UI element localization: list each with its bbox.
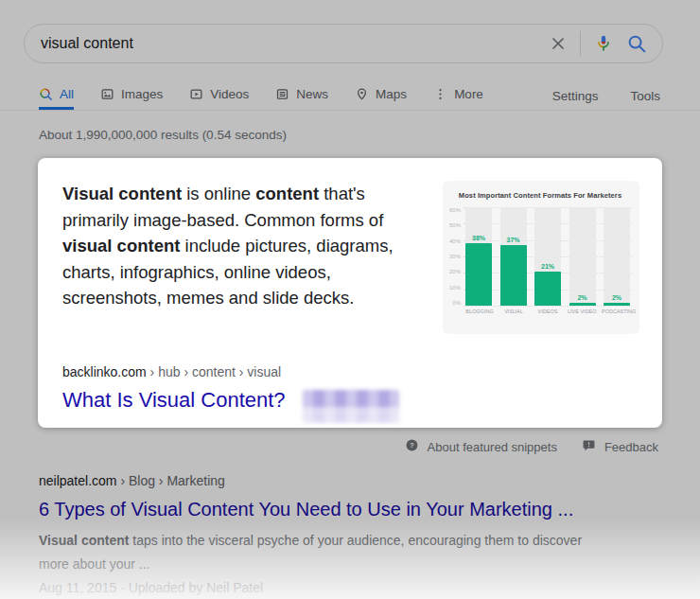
tab-more[interactable]: More [433, 82, 483, 110]
tabs-right-actions: Settings Tools [552, 82, 660, 110]
more-dots-icon [433, 87, 447, 101]
breadcrumb-path: › Blog › Marketing [117, 473, 225, 488]
about-featured-snippets-label: About featured snippets [428, 440, 557, 454]
help-circle-icon: ? [405, 438, 419, 455]
featured-snippet-footer: ? About featured snippets Feedback [0, 438, 658, 455]
tab-more-label: More [454, 87, 483, 101]
news-icon [275, 87, 289, 101]
search-bar-divider [580, 31, 581, 56]
featured-snippet-body: Visual content is online content that's … [62, 181, 639, 334]
results-tab-bar: All Images [0, 82, 700, 111]
breadcrumb-domain: neilpatel.com [39, 473, 117, 488]
tab-videos[interactable]: Videos [189, 82, 249, 110]
tools-button[interactable]: Tools [630, 89, 660, 103]
tab-all[interactable]: All [39, 82, 74, 110]
chart-xlabels: BLOGGINGVISUALVIDEOSLIVE VIDEOPODCASTING [448, 306, 632, 314]
map-pin-icon [355, 87, 369, 101]
featured-snippet-card: Visual content is online content that's … [38, 158, 662, 428]
chart-yaxis: 60%50%40%30%20%10%0% [448, 207, 464, 306]
tab-videos-label: Videos [210, 87, 249, 101]
tab-maps[interactable]: Maps [355, 82, 407, 110]
search-icon [39, 87, 53, 101]
snippet-text-part: visual content [62, 236, 180, 255]
chart-body: 60%50%40%30%20%10%0% 38%37%21%2%2% [448, 207, 632, 306]
snippet-text-part: Visual content [62, 184, 182, 203]
breadcrumb-path: › hub › content › visual [147, 364, 281, 379]
chart-columns: 38%37%21%2%2% [464, 207, 632, 306]
redacted-blur-block [303, 390, 399, 423]
microphone-icon[interactable] [593, 33, 614, 54]
result-desc-part: Visual content [39, 533, 129, 548]
image-icon [100, 87, 114, 101]
featured-snippet-title-link[interactable]: What Is Visual Content? [62, 388, 286, 413]
breadcrumb-domain: backlinko.com [62, 364, 147, 379]
tab-news[interactable]: News [275, 82, 328, 110]
clear-search-icon[interactable] [549, 34, 568, 53]
tab-images-label: Images [121, 87, 163, 101]
feedback-link[interactable]: Feedback [582, 438, 658, 455]
tab-maps-label: Maps [376, 87, 407, 101]
search-input[interactable]: visual content [41, 35, 549, 52]
settings-button[interactable]: Settings [552, 89, 599, 103]
search-header: visual content [0, 0, 700, 111]
feedback-label: Feedback [604, 440, 658, 454]
feedback-flag-icon [582, 438, 596, 455]
result-stats: About 1,990,000,000 results (0.54 second… [39, 128, 700, 142]
snippet-text-part: is online [182, 184, 255, 203]
search-bar[interactable]: visual content [24, 24, 663, 63]
svg-text:?: ? [410, 441, 414, 449]
featured-snippet-title-row: What Is Visual Content? [62, 388, 639, 423]
tab-news-label: News [296, 87, 328, 101]
tab-images[interactable]: Images [100, 82, 163, 110]
video-icon [189, 87, 203, 101]
about-featured-snippets-link[interactable]: ? About featured snippets [405, 438, 557, 455]
google-serp-page: visual content [0, 0, 700, 599]
result-meta-line: Aug 11, 2015 · Uploaded by Neil Patel [39, 576, 662, 599]
result-description: Visual content taps into the visceral ps… [39, 529, 614, 576]
featured-snippet-breadcrumb[interactable]: backlinko.com › hub › content › visual [62, 364, 639, 379]
chart-plot: 38%37%21%2%2% [464, 207, 632, 306]
tab-all-label: All [60, 87, 74, 101]
organic-result: neilpatel.com › Blog › Marketing 6 Types… [39, 472, 662, 599]
search-bar-actions [549, 31, 648, 56]
featured-snippet-text: Visual content is online content that's … [62, 181, 418, 334]
result-title-link[interactable]: 6 Types of Visual Content You Need to Us… [39, 497, 662, 521]
featured-snippet-chart-image[interactable]: Most Important Content Formats For Marke… [443, 181, 639, 334]
result-breadcrumb[interactable]: neilpatel.com › Blog › Marketing [39, 472, 662, 490]
search-submit-icon[interactable] [626, 33, 648, 55]
chart-title: Most Important Content Formats For Marke… [448, 191, 632, 200]
snippet-text-part: content [255, 184, 319, 203]
